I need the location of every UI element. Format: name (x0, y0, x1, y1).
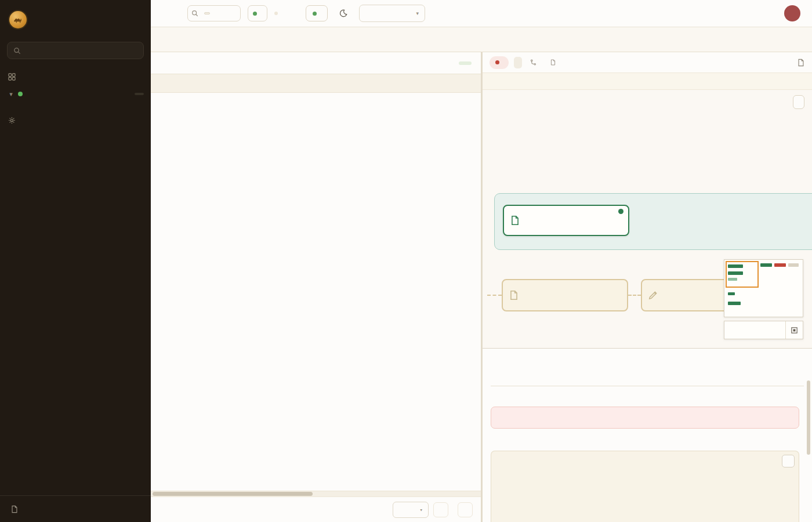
sidebar: ▾ (0, 0, 151, 522)
on-completion-region (494, 193, 812, 250)
topbar: ▾ (151, 0, 812, 27)
exchange-id[interactable] (547, 59, 556, 66)
live-toggle[interactable] (248, 5, 267, 21)
rows-per-page-select[interactable]: ▾ (393, 502, 429, 518)
vertical-scrollbar-thumb[interactable] (807, 380, 810, 455)
node-status-dot (618, 209, 624, 214)
chevron-down-icon: ▾ (8, 90, 14, 98)
log-icon (509, 290, 519, 300)
search-shortcut (204, 12, 210, 14)
main-tabbar (151, 27, 812, 52)
minimap-viewport[interactable] (726, 261, 759, 288)
horizontal-scrollbar-thumb[interactable] (153, 492, 313, 496)
table-footer: ▾ (151, 496, 481, 522)
minimap-bar (760, 263, 772, 267)
exchange-detail-header (483, 52, 812, 73)
applications-section-header (8, 73, 143, 81)
error-message-box (491, 407, 799, 429)
route-fork-icon (530, 59, 536, 66)
error-dot (495, 60, 499, 64)
log-icon (510, 215, 520, 226)
admin-section-header (8, 117, 143, 124)
fit-view-button[interactable] (785, 321, 803, 339)
sidebar-filter-input[interactable] (7, 42, 144, 59)
user-avatar[interactable] (784, 5, 800, 21)
content: ▾ (151, 52, 812, 522)
app-chip[interactable] (514, 57, 522, 68)
app-status-dot (18, 92, 23, 96)
copy-icon (550, 59, 556, 66)
next-page-button[interactable] (458, 502, 473, 517)
manual-status-dot (313, 12, 317, 16)
download-json-button[interactable] (793, 95, 804, 109)
zoom-level (742, 321, 768, 339)
search-input[interactable] (187, 5, 241, 21)
live-status-dot (253, 12, 257, 16)
horizontal-scrollbar (151, 491, 481, 496)
flow-node-log-exception[interactable] (502, 279, 628, 311)
gear-icon (8, 117, 16, 124)
pencil-icon (648, 290, 658, 300)
zoom-controls (724, 321, 803, 339)
exchanges-header (151, 52, 481, 74)
minimap[interactable] (724, 259, 803, 317)
detail-panel (483, 52, 812, 522)
detail-tabs (491, 371, 804, 386)
dark-mode-toggle[interactable] (335, 5, 352, 22)
exchanges-table-body (151, 93, 481, 491)
stack-trace-block[interactable] (491, 451, 799, 522)
auto-refresh-badge[interactable] (459, 61, 472, 65)
search-icon (191, 10, 198, 17)
dashed-connector (487, 295, 502, 296)
manual-mode-button[interactable] (306, 5, 328, 21)
table-column-headers (151, 74, 481, 93)
zoom-out-button[interactable] (768, 321, 785, 339)
route-name[interactable] (527, 59, 536, 66)
dashed-connector (628, 295, 641, 296)
document-icon[interactable] (797, 59, 805, 67)
minimap-bar (774, 263, 786, 267)
moon-icon (339, 9, 348, 18)
exchange-details (483, 348, 812, 522)
document-icon (10, 505, 19, 513)
chevron-down-icon: ▾ (420, 507, 423, 513)
zoom-in-button[interactable] (724, 321, 742, 339)
chevron-down-icon: ▾ (416, 10, 419, 16)
minimap-bar (728, 302, 741, 305)
app-root: ▾ (0, 0, 812, 522)
environment-select[interactable]: ▾ (359, 5, 425, 22)
api-docs-link[interactable] (0, 495, 151, 522)
correlated-bar (483, 73, 812, 90)
count-badge (135, 93, 144, 95)
status-badge (490, 56, 509, 69)
fit-screen-icon (791, 327, 798, 334)
minimap-bar (788, 263, 799, 267)
flow-node-log-completion[interactable] (503, 205, 629, 236)
sidebar-header (0, 0, 151, 32)
time-range-group (274, 12, 278, 15)
copy-button[interactable] (782, 455, 795, 467)
minimap-bar (728, 292, 735, 295)
sidebar-app-sample-app[interactable]: ▾ (0, 85, 151, 103)
search-icon (13, 47, 21, 55)
grid-icon (8, 73, 16, 81)
exchanges-panel: ▾ (151, 52, 483, 522)
camel-logo-icon[interactable] (8, 10, 28, 30)
route-canvas[interactable] (483, 90, 812, 348)
prev-page-button[interactable] (433, 502, 448, 517)
